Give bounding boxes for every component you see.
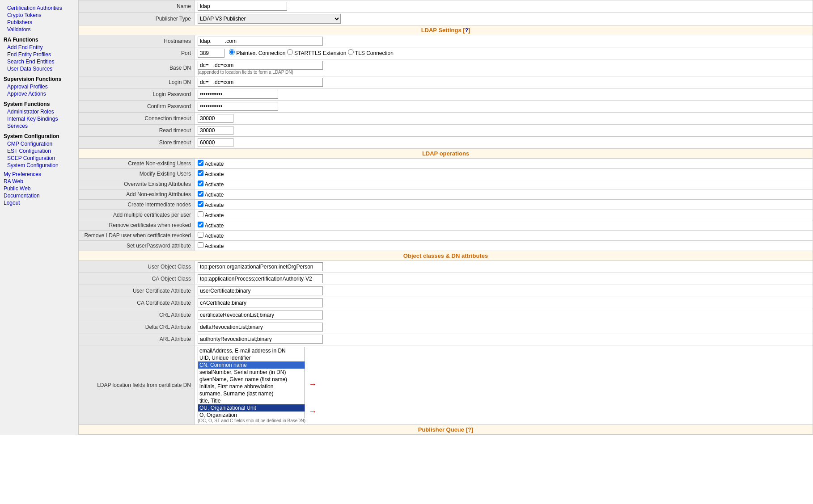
arrow-indicator-cn: → — [309, 380, 317, 389]
connection-timeout-input[interactable] — [198, 114, 233, 123]
radio-starttls-label[interactable]: STARTTLS Extension — [287, 50, 348, 56]
create-intermediate-checkbox[interactable] — [198, 201, 203, 207]
hostnames-label: Hostnames — [79, 35, 195, 47]
listbox-option-serialnumber[interactable]: serialNumber, Serial number (in DN) — [198, 369, 305, 376]
sidebar-item-user-data-sources[interactable]: User Data Sources — [0, 65, 78, 72]
confirm-password-value-cell — [195, 101, 813, 113]
user-object-class-input[interactable] — [198, 262, 323, 271]
add-multiple-check-label[interactable]: Activate — [198, 212, 224, 218]
sidebar-item-my-preferences[interactable]: My Preferences — [0, 171, 78, 178]
listbox-option-emailaddress[interactable]: emailAddress, E-mail address in DN — [198, 347, 305, 354]
sidebar-item-logout[interactable]: Logout — [0, 199, 78, 206]
remove-revoked-check-label[interactable]: Activate — [198, 223, 224, 229]
add-multiple-row: Add multiple certificates per user Activ… — [79, 210, 813, 220]
user-cert-attr-value-cell — [195, 285, 813, 297]
listbox-option-surname[interactable]: surname, Surname (last name) — [198, 390, 305, 397]
publisher-type-select[interactable]: LDAP V3 Publisher — [198, 14, 341, 24]
remove-ldap-check-label[interactable]: Activate — [198, 233, 224, 239]
sidebar-item-internal-key-bindings[interactable]: Internal Key Bindings — [0, 115, 78, 122]
read-timeout-input[interactable] — [198, 126, 233, 135]
remove-revoked-checkbox[interactable] — [198, 222, 203, 227]
radio-tls[interactable] — [348, 49, 354, 55]
sidebar-item-ra-web[interactable]: RA Web — [0, 178, 78, 185]
sidebar-item-system-configuration[interactable]: System Configuration — [0, 162, 78, 169]
sidebar-item-publishers[interactable]: Publishers — [0, 19, 78, 26]
arl-attr-row: ARL Attribute — [79, 333, 813, 345]
user-object-class-value-cell — [195, 261, 813, 273]
object-classes-header: Object classes & DN attributes — [79, 251, 813, 261]
name-row: Name — [79, 0, 813, 13]
login-password-input[interactable] — [198, 90, 278, 99]
set-userpassword-check-label[interactable]: Activate — [198, 243, 224, 249]
crl-attr-input[interactable] — [198, 311, 323, 319]
sidebar-item-validators[interactable]: Validators — [0, 26, 78, 33]
add-multiple-checkbox[interactable] — [198, 211, 203, 217]
delta-crl-attr-label: Delta CRL Attribute — [79, 321, 195, 333]
create-nonexisting-check-label[interactable]: Activate — [198, 161, 224, 167]
port-row: Port Plaintext Connection STARTTLS Exten… — [79, 47, 813, 59]
sidebar-item-cmp-config[interactable]: CMP Configuration — [0, 140, 78, 147]
modify-existing-checkbox[interactable] — [198, 170, 203, 176]
arl-attr-input[interactable] — [198, 335, 323, 344]
arrow-indicator-ou: → — [309, 407, 317, 416]
basedn-input[interactable] — [198, 61, 323, 70]
set-userpassword-checkbox[interactable] — [198, 242, 203, 248]
delta-crl-attr-row: Delta CRL Attribute — [79, 321, 813, 333]
ca-cert-attr-input[interactable] — [198, 298, 323, 307]
port-input[interactable] — [198, 49, 224, 58]
modify-existing-check-label[interactable]: Activate — [198, 171, 224, 177]
listbox-option-givenname[interactable]: givenName, Given name (first name) — [198, 376, 305, 383]
ca-object-class-input[interactable] — [198, 274, 323, 283]
ldap-location-listbox[interactable]: emailAddress, E-mail address in DN UID, … — [198, 347, 305, 418]
create-intermediate-value-cell: Activate — [195, 200, 813, 210]
add-nonexisting-row: Add Non-existing Attributes Activate — [79, 189, 813, 200]
listbox-option-cn[interactable]: CN, Common name — [198, 361, 305, 369]
sidebar-item-services[interactable]: Services — [0, 122, 78, 130]
overwrite-existing-row: Overwrite Existing Attributes Activate — [79, 179, 813, 189]
create-intermediate-check-label[interactable]: Activate — [198, 202, 224, 208]
sidebar-item-end-entity-profiles[interactable]: End Entity Profiles — [0, 51, 78, 58]
overwrite-existing-check-label[interactable]: Activate — [198, 181, 224, 188]
sidebar-item-documentation[interactable]: Documentation — [0, 192, 78, 199]
sidebar-item-admin-roles[interactable]: Administrator Roles — [0, 108, 78, 115]
sidebar-item-scep-config[interactable]: SCEP Configuration — [0, 155, 78, 162]
sidebar-section-system-config: System Configuration — [0, 131, 78, 140]
confirm-password-input[interactable] — [198, 102, 278, 111]
user-cert-attr-input[interactable] — [198, 286, 323, 295]
remove-ldap-checkbox[interactable] — [198, 232, 203, 238]
listbox-option-ou[interactable]: OU, Organizational Unit — [198, 404, 305, 412]
radio-tls-label[interactable]: TLS Connection — [348, 50, 394, 56]
radio-plaintext[interactable] — [229, 49, 235, 55]
sidebar-item-add-end-entity[interactable]: Add End Entity — [0, 44, 78, 51]
radio-starttls[interactable] — [287, 49, 293, 55]
sidebar-item-cert-authorities[interactable]: Certification Authorities — [0, 4, 78, 12]
store-timeout-row: Store timeout — [79, 137, 813, 149]
delta-crl-attr-input[interactable] — [198, 323, 323, 332]
hostnames-input[interactable] — [198, 37, 323, 46]
ldap-location-note: (OC, O, ST and C fields should be define… — [198, 418, 810, 423]
add-nonexisting-checkbox[interactable] — [198, 191, 203, 197]
add-nonexisting-check-label[interactable]: Activate — [198, 192, 224, 198]
remove-revoked-row: Remove certificates when revoked Activat… — [79, 220, 813, 231]
listbox-option-title[interactable]: title, Title — [198, 397, 305, 404]
sidebar-item-crypto-tokens[interactable]: Crypto Tokens — [0, 12, 78, 19]
sidebar-item-approval-profiles[interactable]: Approval Profiles — [0, 83, 78, 90]
store-timeout-input[interactable] — [198, 138, 233, 147]
sidebar-item-public-web[interactable]: Public Web — [0, 185, 78, 192]
overwrite-existing-checkbox[interactable] — [198, 181, 203, 186]
create-nonexisting-value-cell: Activate — [195, 159, 813, 169]
listbox-option-initials[interactable]: initials, First name abbreviation — [198, 383, 305, 390]
radio-plaintext-label[interactable]: Plaintext Connection — [229, 50, 287, 56]
listbox-option-uid[interactable]: UID, Unique Identifier — [198, 354, 305, 361]
listbox-option-o[interactable]: O, Organization — [198, 412, 305, 418]
sidebar-item-est-config[interactable]: EST Configuration — [0, 147, 78, 155]
confirm-password-row: Confirm Password — [79, 101, 813, 113]
ldap-settings-help-link[interactable]: ? — [465, 27, 468, 34]
logindn-input[interactable] — [198, 78, 323, 87]
sidebar-item-approve-actions[interactable]: Approve Actions — [0, 90, 78, 97]
name-input[interactable] — [198, 2, 287, 11]
sidebar-item-search-end-entities[interactable]: Search End Entities — [0, 58, 78, 65]
create-nonexisting-checkbox[interactable] — [198, 160, 203, 166]
remove-revoked-label: Remove certificates when revoked — [79, 220, 195, 231]
ldap-location-value-cell: emailAddress, E-mail address in DN UID, … — [195, 345, 813, 425]
